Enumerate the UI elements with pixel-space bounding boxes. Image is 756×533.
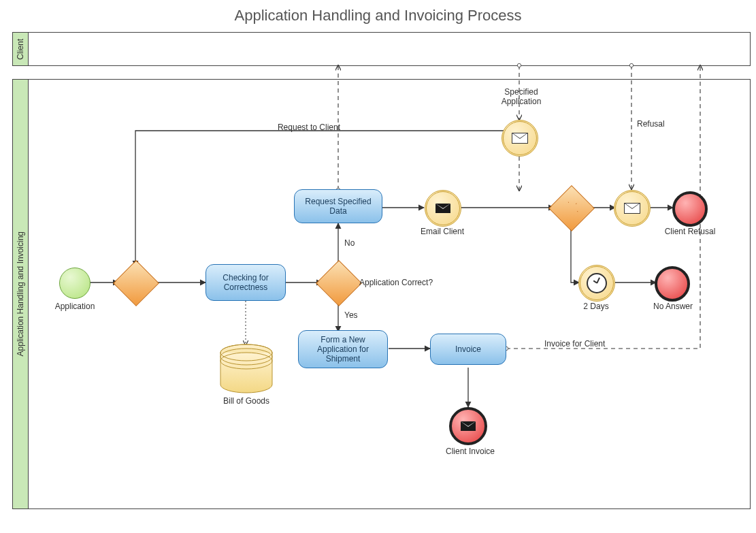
end-event-client-refusal — [672, 191, 708, 227]
flow-request-to-client-label: Request to Client — [245, 123, 340, 132]
gateway-app-correct-label: Application Correct? — [359, 278, 455, 287]
datastore-bill-of-goods — [219, 344, 274, 394]
branch-no-label: No — [344, 238, 365, 248]
branch-yes-label: Yes — [344, 310, 365, 320]
end-event-no-answer — [655, 266, 690, 302]
event-specified-application — [502, 120, 538, 157]
flow-refusal-label: Refusal — [637, 119, 678, 129]
task-checking-label: Checking for Correctness — [209, 273, 282, 292]
diagram-title: Application Handling and Invoicing Proce… — [0, 7, 756, 25]
task-request-specified-data: Request Specified Data — [294, 189, 382, 223]
start-event-application — [59, 268, 91, 299]
pool-label-main: Application Handling and Invoicing — [16, 231, 25, 356]
end-event-client-refusal-label: Client Refusal — [659, 227, 721, 236]
task-form-shipment-label: Form a New Application for Shipment — [301, 335, 384, 364]
pool-main: Application Handling and Invoicing — [12, 79, 751, 509]
pool-header-client: Client — [13, 33, 29, 65]
event-email-client — [425, 190, 461, 227]
event-email-client-label: Email Client — [415, 227, 470, 236]
task-invoice-label: Invoice — [455, 344, 481, 354]
end-event-no-answer-label: No Answer — [642, 302, 704, 311]
task-form-shipment: Form a New Application for Shipment — [298, 330, 388, 368]
datastore-label: Bill of Goods — [212, 396, 280, 406]
task-invoice: Invoice — [430, 334, 506, 365]
event-refusal-catch — [614, 190, 651, 227]
start-event-label: Application — [48, 302, 102, 311]
event-timer-2days — [578, 265, 615, 302]
task-request-label: Request Specified Data — [297, 197, 379, 216]
event-timer-label: 2 Days — [577, 302, 615, 311]
pool-header-main: Application Handling and Invoicing — [13, 80, 29, 508]
pool-client: Client — [12, 32, 751, 66]
flow-specified-application-label: Specified Application — [487, 87, 555, 106]
end-event-client-invoice-label: Client Invoice — [438, 447, 502, 456]
end-event-client-invoice — [449, 407, 487, 445]
pool-label-client: Client — [16, 39, 25, 60]
flow-invoice-for-client-label: Invoice for Client — [544, 339, 626, 349]
task-checking: Checking for Correctness — [206, 264, 286, 301]
